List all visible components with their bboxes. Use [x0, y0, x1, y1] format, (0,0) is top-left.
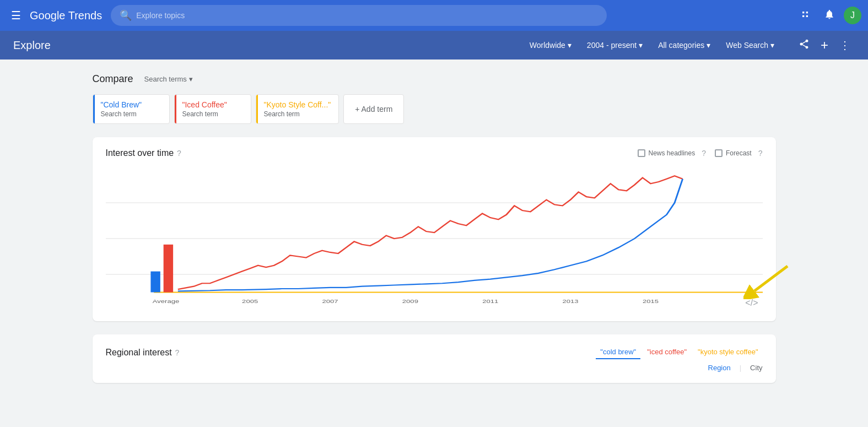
apps-grid-icon[interactable]: [795, 4, 815, 27]
filter-city[interactable]: City: [750, 364, 762, 372]
svg-text:2009: 2009: [402, 299, 418, 304]
chevron-down-icon: ▾: [568, 41, 572, 50]
term-name: "Iced Coffee": [182, 100, 243, 109]
chevron-down-icon: ▾: [639, 41, 643, 50]
compare-section: Compare Search terms ▾ "Cold Brew" Searc…: [93, 73, 776, 124]
news-headlines-help-icon[interactable]: ?: [702, 149, 706, 158]
term-type: Search term: [182, 110, 243, 118]
chart-options: News headlines ? Forecast ?: [638, 149, 763, 158]
terms-row: "Cold Brew" Search term "Iced Coffee" Se…: [93, 94, 776, 124]
filter-worldwide[interactable]: Worldwide ▾: [523, 37, 578, 53]
share-button[interactable]: [794, 34, 814, 57]
embed-code-icon[interactable]: </>: [741, 296, 762, 310]
term-type: Search term: [101, 110, 161, 118]
chevron-down-icon: ▾: [770, 41, 774, 50]
search-terms-label: Search terms: [144, 75, 187, 83]
main-content: Compare Search terms ▾ "Cold Brew" Searc…: [48, 60, 820, 396]
regional-tab-iced-coffee[interactable]: "iced coffee": [643, 345, 691, 359]
forecast-option[interactable]: Forecast ?: [715, 149, 762, 158]
regional-filter-row: Region | City: [106, 364, 763, 372]
add-button[interactable]: +: [816, 33, 833, 57]
more-options-icon[interactable]: ⋮: [835, 34, 855, 56]
term-name: "Kyoto Style Coff...": [264, 100, 331, 109]
regional-interest-section: Regional interest ? "cold brew" "iced co…: [93, 334, 776, 383]
add-term-label: + Add term: [355, 105, 392, 113]
explore-title: Explore: [13, 39, 51, 52]
search-box[interactable]: 🔍: [111, 5, 607, 26]
user-avatar[interactable]: J: [844, 7, 861, 24]
chart-help-icon[interactable]: ?: [177, 149, 181, 158]
svg-text:2013: 2013: [562, 299, 578, 304]
svg-text:2015: 2015: [642, 299, 658, 304]
hamburger-menu-icon[interactable]: ☰: [7, 4, 25, 26]
trend-chart-container: Average 2005 2007 2009 2011 2013 2015 </…: [106, 167, 763, 310]
filter-categories[interactable]: All categories ▾: [651, 37, 717, 53]
search-terms-dropdown[interactable]: Search terms ▾: [140, 73, 197, 85]
term-card-iced-coffee[interactable]: "Iced Coffee" Search term: [174, 94, 251, 124]
svg-line-14: [754, 266, 788, 291]
search-icon: 🔍: [120, 9, 132, 21]
news-headlines-checkbox[interactable]: [638, 149, 645, 157]
regional-header: Regional interest ? "cold brew" "iced co…: [106, 345, 763, 359]
svg-text:2007: 2007: [322, 299, 338, 304]
compare-header: Compare Search terms ▾: [93, 73, 776, 85]
filter-date-range[interactable]: 2004 - present ▾: [580, 37, 649, 53]
filter-date-label: 2004 - present: [587, 41, 637, 50]
trend-chart-svg: Average 2005 2007 2009 2011 2013 2015: [106, 167, 763, 310]
regional-title: Regional interest: [106, 348, 172, 358]
filter-worldwide-label: Worldwide: [530, 41, 565, 50]
chart-header: Interest over time ? News headlines ? Fo…: [106, 148, 763, 158]
term-card-kyoto-coffee[interactable]: "Kyoto Style Coff..." Search term: [256, 94, 339, 124]
term-name: "Cold Brew": [101, 100, 161, 109]
filter-region[interactable]: Region: [708, 364, 731, 372]
svg-text:2005: 2005: [242, 299, 258, 304]
filter-categories-label: All categories: [658, 41, 704, 50]
news-headlines-label: News headlines: [649, 149, 696, 157]
regional-tabs: "cold brew" "iced coffee" "kyoto style c…: [596, 345, 762, 359]
interest-over-time-section: Interest over time ? News headlines ? Fo…: [93, 137, 776, 321]
explore-filters: Worldwide ▾ 2004 - present ▾ All categor…: [523, 37, 781, 53]
news-headlines-option[interactable]: News headlines ?: [638, 149, 707, 158]
forecast-help-icon[interactable]: ?: [758, 149, 763, 158]
filter-search-type-label: Web Search: [726, 41, 768, 50]
chart-title: Interest over time: [106, 148, 174, 158]
svg-text:2011: 2011: [482, 299, 498, 304]
svg-rect-4: [163, 245, 172, 293]
filter-divider: |: [740, 364, 741, 372]
yellow-arrow-annotation: [743, 261, 793, 299]
filter-search-type[interactable]: Web Search ▾: [719, 37, 781, 53]
forecast-label: Forecast: [726, 149, 752, 157]
compare-title: Compare: [93, 73, 133, 85]
term-type: Search term: [264, 110, 331, 118]
term-card-cold-brew[interactable]: "Cold Brew" Search term: [93, 94, 170, 124]
svg-rect-5: [150, 272, 160, 293]
notifications-icon[interactable]: [820, 4, 839, 27]
explore-actions: + ⋮: [794, 33, 855, 57]
nav-right-actions: J: [795, 4, 861, 27]
regional-tab-kyoto-coffee[interactable]: "kyoto style coffee": [693, 345, 762, 359]
chevron-down-icon: ▾: [189, 75, 193, 83]
regional-tab-cold-brew[interactable]: "cold brew": [596, 345, 640, 359]
app-logo: Google Trends: [30, 9, 102, 22]
top-navigation: ☰ Google Trends 🔍 J: [0, 0, 868, 31]
regional-help-icon[interactable]: ?: [175, 348, 180, 357]
svg-text:Average: Average: [152, 299, 179, 304]
forecast-checkbox[interactable]: [715, 149, 723, 157]
explore-header: Explore Worldwide ▾ 2004 - present ▾ All…: [0, 31, 868, 60]
search-input[interactable]: [136, 11, 598, 20]
chevron-down-icon: ▾: [707, 41, 710, 50]
add-term-button[interactable]: + Add term: [343, 94, 404, 124]
